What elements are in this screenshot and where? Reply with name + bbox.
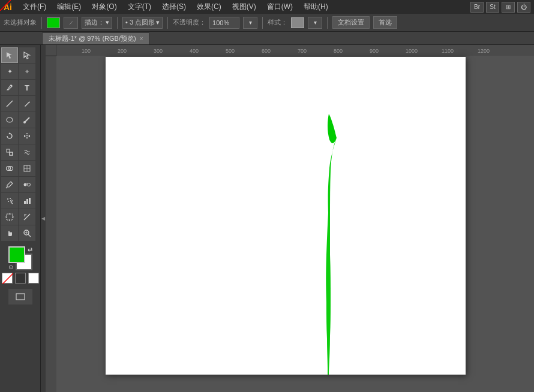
svg-text:600: 600 [262,48,271,54]
style-swatch[interactable] [291,17,304,28]
blend-tool[interactable] [19,177,35,192]
opacity-input[interactable] [209,17,239,29]
black-swatch[interactable] [15,273,26,284]
menu-bar: 文件(F) 编辑(E) 对象(O) 文字(T) 选择(S) 效果(C) 视图(V… [18,1,470,13]
graph-tool[interactable] [19,193,35,209]
type-tool[interactable]: T [19,80,35,95]
power-icon[interactable]: ⏻ [517,2,530,13]
white-swatch[interactable] [28,273,39,284]
menu-select[interactable]: 选择(S) [157,1,191,13]
svg-point-15 [7,198,8,200]
svg-point-18 [11,200,13,202]
shape-builder-tool[interactable] [1,161,18,176]
zoom-tool[interactable] [19,225,35,241]
svg-line-12 [6,187,7,188]
svg-text:300: 300 [154,48,163,54]
tool-row-8 [1,161,39,176]
svg-line-1 [7,101,13,107]
ellipse-tool[interactable] [1,112,18,128]
svg-point-13 [24,183,27,186]
canvas-area[interactable]: 100 200 300 400 500 600 700 800 900 1000… [46,45,534,392]
svg-text:400: 400 [190,48,199,54]
tool-row-10 [1,193,39,209]
collapse-icon: ◀ [41,216,45,221]
none-color-swatch[interactable] [2,273,13,284]
options-separator-3 [167,17,168,29]
style-dropdown-btn[interactable]: ▾ [308,17,322,29]
artboard [106,57,466,375]
artboard-tool[interactable] [1,209,18,225]
svg-point-14 [28,183,31,186]
main-layout: ✦ ⌖ T [0,45,534,392]
menu-text[interactable]: 文字(T) [123,1,156,13]
opacity-options-btn[interactable]: ▾ [243,17,257,29]
tool-row-9 [1,177,39,192]
svg-text:1100: 1100 [442,48,454,54]
lasso-tool[interactable]: ⌖ [19,64,35,79]
color-mode-row [2,273,39,284]
hand-tool[interactable] [1,225,18,241]
direct-selection-tool[interactable] [19,47,35,63]
symbol-spray-tool[interactable] [1,193,18,209]
swap-colors-icon[interactable]: ⇄ [28,246,32,253]
pen-tool[interactable] [1,80,18,95]
reflect-tool[interactable] [19,128,35,144]
tool-row-12 [1,225,39,241]
color-stack: ⇄ ⊙ [8,246,32,270]
menu-file[interactable]: 文件(F) [18,1,51,13]
svg-line-32 [2,273,13,284]
live-paint-tool[interactable] [19,161,35,176]
brush-preset-dropdown[interactable]: • 3 点圆形 ▾ [122,17,163,29]
pencil-tool[interactable] [19,96,35,111]
svg-text:900: 900 [370,48,379,54]
menu-help[interactable]: 帮助(H) [299,1,333,13]
options-separator-2 [117,17,118,29]
selection-status-label: 未选择对象 [4,18,37,27]
stroke-options-btn[interactable]: ⟋ [64,17,78,29]
brush-label: • 3 点圆形 [125,18,155,27]
menu-effect[interactable]: 效果(C) [192,1,226,13]
menu-window[interactable]: 窗口(W) [262,1,298,13]
style-label: 样式： [268,18,287,27]
options-separator-4 [262,17,263,29]
warp-tool[interactable] [19,144,35,160]
stroke-weight-dropdown[interactable]: 描边： ▾ [82,17,112,29]
svg-point-4 [23,121,26,123]
bridge-icon[interactable]: Br [470,2,484,13]
rotate-tool[interactable] [1,128,18,144]
color-area: ⇄ ⊙ [1,244,39,286]
selection-tool[interactable] [1,47,18,63]
svg-point-17 [8,201,9,202]
brush-stroke-artwork [106,57,466,375]
menu-view[interactable]: 视图(V) [227,1,261,13]
magic-wand-tool[interactable]: ✦ [1,64,18,79]
eyedropper-tool[interactable] [1,177,18,192]
fill-color-swatch[interactable] [47,17,60,28]
stock-icon[interactable]: St [486,2,499,13]
svg-rect-49 [46,45,56,392]
workspace-switcher-icon[interactable]: ⊞ [502,2,515,13]
svg-line-33 [0,0,11,11]
doc-settings-button[interactable]: 文档设置 [332,16,370,29]
panel-collapse-handle[interactable]: ◀ [41,45,46,392]
foreground-color-swatch[interactable] [8,246,25,263]
paintbrush-tool[interactable] [19,112,35,128]
slice-tool[interactable] [19,209,35,225]
tool-row-11 [1,209,39,225]
scale-tool[interactable] [1,144,18,160]
tool-row-5 [1,112,39,128]
change-screen-mode-button[interactable] [8,289,32,304]
tool-row-6 [1,128,39,144]
tab-close-button[interactable]: × [140,35,143,42]
line-tool[interactable] [1,96,18,111]
svg-point-0 [11,85,13,87]
document-tab[interactable]: 未标题-1* @ 97% (RGB/预览) × [42,32,149,44]
menu-object[interactable]: 对象(O) [87,1,121,13]
tab-bar: 未标题-1* @ 97% (RGB/预览) × [0,32,534,45]
reset-colors-icon[interactable]: ⊙ [8,264,13,270]
menu-edit[interactable]: 编辑(E) [52,1,86,13]
svg-text:800: 800 [334,48,343,54]
vertical-ruler [46,45,56,392]
preferences-button[interactable]: 首选 [373,16,397,29]
svg-rect-8 [10,152,13,155]
